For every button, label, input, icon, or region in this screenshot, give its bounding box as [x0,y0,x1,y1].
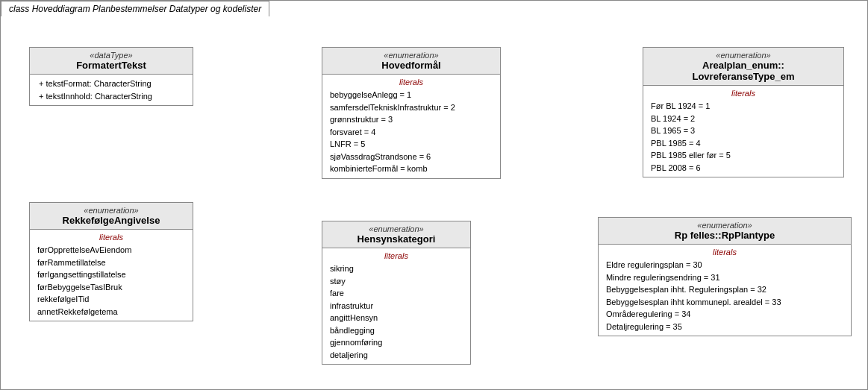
diagram-title: class Hoveddiagram Planbestemmelser Data… [1,1,269,16]
literal-rekkefoelge: rekkefølgeITid [36,293,187,306]
box-rekkefolgeangivelse-header: «enumeration» RekkefølgeAngivelse [30,203,193,230]
hovedformal-classname: Hovedformål [327,60,496,71]
literal-mindre-reguleringsendring: Mindre reguleringsendring = 31 [605,271,845,284]
rekkefolgeangivelse-literals-title: literals [36,233,187,242]
rekkefolgeangivelse-classname: RekkefølgeAngivelse [34,215,188,226]
box-rekkefolgeangivelse: «enumeration» RekkefølgeAngivelse litera… [29,202,193,321]
arealplan-enum-stereotype: «enumeration» [648,51,839,60]
rp-plantype-literals-title: literals [605,248,845,257]
box-formatert-tekst: «dataType» FormatertTekst + tekstFormat:… [29,47,193,106]
literal-bl1924: BL 1924 = 2 [649,113,837,125]
literal-forsvaret: forsvaret = 4 [328,126,494,139]
rekkefolgeangivelse-stereotype: «enumeration» [34,206,188,215]
attribute-tekstformat: + tekstFormat: CharacterString [36,78,187,90]
literal-gronnstruktur: grønnstruktur = 3 [328,113,494,126]
literal-angitthensyn: angittHensyn [328,312,464,324]
literal-foer-bl1924: Før BL 1924 = 1 [649,100,837,113]
box-hensynskategori: «enumeration» Hensynskategori literals s… [322,221,471,365]
literal-samferdsel: samfersdelTekniskInfrastruktur = 2 [328,101,494,114]
hovedformal-literals: literals bebyggelseAnlegg = 1 samfersdel… [322,75,500,178]
arealplan-enum-literals: literals Før BL 1924 = 1 BL 1924 = 2 BL … [643,86,843,177]
formatert-tekst-classname: FormatertTekst [34,60,188,71]
rp-plantype-literals: literals Eldre reguleringsplan = 30 Mind… [599,245,851,336]
box-hovedformal-header: «enumeration» Hovedformål [322,48,500,75]
literal-foerigangsetting: førIgangsettingstillatelse [36,268,187,281]
literal-eldre-reguleringsplan: Eldre reguleringsplan = 30 [605,259,845,271]
literal-pbl1985-eller-foer: PBL 1985 eller før = 5 [649,149,837,162]
hensynskategori-stereotype: «enumeration» [327,224,466,233]
literal-annetrekkefoelge: annetRekkefølgetema [36,306,187,318]
formatert-tekst-attributes: + tekstFormat: CharacterString + tekstIn… [30,75,193,105]
literal-foerrammetillatelse: førRammetillatelse [36,257,187,269]
hensynskategori-classname: Hensynskategori [327,233,466,245]
diagram-container: class Hoveddiagram Planbestemmelser Data… [0,0,868,390]
box-formatert-tekst-header: «dataType» FormatertTekst [30,48,193,75]
literal-foeropprettelse: førOpprettelseAvEiendom [36,244,187,257]
literal-infrastruktur: infrastruktur [328,300,464,312]
literal-sjovassdrag: sjøVassdragStrandsone = 6 [328,151,494,163]
literal-foerbebyggelse: førBebyggelseTasIBruk [36,281,187,294]
arealplan-enum-literals-title: literals [649,89,837,98]
box-rp-plantype: «enumeration» Rp felles::RpPlantype lite… [598,217,852,336]
hovedformal-literals-title: literals [328,78,494,87]
literal-bebyggelsesplan-reguleringsplan: Bebyggelsesplan ihht. Reguleringsplan = … [605,283,845,296]
literal-gjennomforing: gjennomføring [328,336,464,349]
rp-plantype-stereotype: «enumeration» [603,221,846,230]
literal-detaljering: detaljering [328,349,464,362]
hensynskategori-literals-title: literals [328,251,464,260]
box-arealplan-enum-header: «enumeration» Arealplan_enum:: Lovrefera… [643,48,843,86]
literal-bebyggelsesplan-kommunepl: Bebyggelsesplan ihht kommunepl. arealdel… [605,296,845,309]
literal-bebyggelse: bebyggelseAnlegg = 1 [328,89,494,101]
attribute-tekstinnhold: + tekstInnhold: CharacterString [36,90,187,103]
literal-omraderegulering: Områderegulering = 34 [605,308,845,321]
literal-stoy: støy [328,275,464,288]
rekkefolgeangivelse-literals: literals førOpprettelseAvEiendom førRamm… [30,230,193,321]
literal-bl1965: BL 1965 = 3 [649,125,837,137]
hensynskategori-literals: literals sikring støy fare infrastruktur… [322,248,470,364]
rp-plantype-classname: Rp felles::RpPlantype [603,230,846,241]
literal-kombinierte: kombinierteFormål = komb [328,163,494,175]
box-hovedformal: «enumeration» Hovedformål literals bebyg… [322,47,501,179]
literal-detaljregulering: Detaljregulering = 35 [605,321,845,333]
hovedformal-stereotype: «enumeration» [327,51,496,60]
literal-pbl1985: PBL 1985 = 4 [649,137,837,150]
box-arealplan-enum: «enumeration» Arealplan_enum:: Lovrefera… [643,47,844,177]
box-rp-plantype-header: «enumeration» Rp felles::RpPlantype [599,218,851,245]
literal-pbl2008: PBL 2008 = 6 [649,162,837,174]
literal-sikring: sikring [328,262,464,275]
literal-fare: fare [328,287,464,300]
literal-bandlegging: båndlegging [328,324,464,337]
box-hensynskategori-header: «enumeration» Hensynskategori [322,221,470,248]
arealplan-enum-classname: Arealplan_enum:: LovreferanseType_em [648,60,839,82]
formatert-tekst-stereotype: «dataType» [34,51,188,60]
literal-lnfr: LNFR = 5 [328,138,494,151]
